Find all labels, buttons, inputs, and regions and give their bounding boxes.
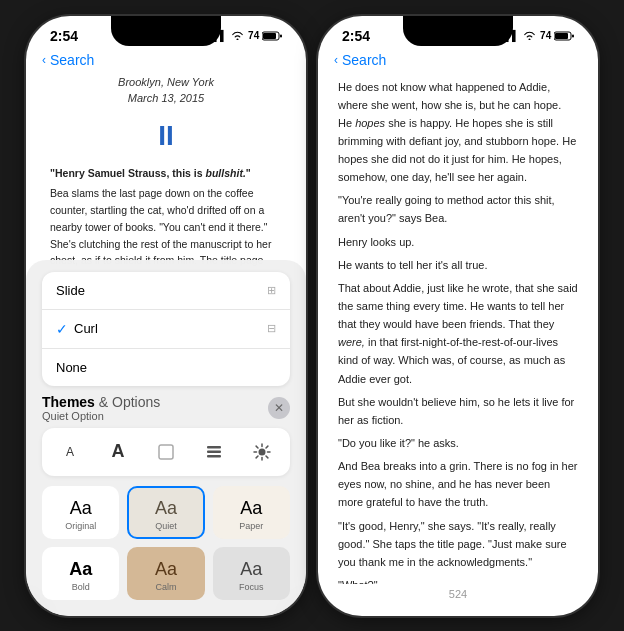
book-content-right: He does not know what happened to Addie,…: [318, 74, 598, 584]
themes-title-area: Themes & Options Quiet Option: [42, 394, 160, 422]
theme-original-name: Original: [65, 521, 96, 531]
para-6: But she wouldn't believe him, so he lets…: [338, 393, 578, 429]
svg-rect-18: [572, 35, 574, 38]
theme-quiet-name: Quiet: [155, 521, 177, 531]
slide-icon: ⊞: [267, 284, 276, 297]
back-label-right[interactable]: Search: [342, 52, 386, 68]
formatting-toolbar: A A: [42, 428, 290, 476]
theme-focus-label: Aa: [240, 559, 262, 580]
theme-calm[interactable]: Aa Calm: [127, 547, 204, 600]
theme-quiet-label: Aa: [155, 498, 177, 519]
notch: [111, 16, 221, 46]
svg-rect-5: [207, 450, 221, 453]
quiet-option-label: Quiet Option: [42, 410, 160, 422]
theme-bold-name: Bold: [72, 582, 90, 592]
overlay-panel: Slide ⊞ ✓ Curl ⊟ None: [26, 260, 306, 616]
wifi-icon: [231, 30, 244, 42]
svg-rect-2: [280, 35, 282, 38]
theme-focus-name: Focus: [239, 582, 264, 592]
curl-label: Curl: [74, 321, 98, 336]
svg-line-14: [266, 446, 268, 448]
para-3: Henry looks up.: [338, 233, 578, 251]
right-phone: 2:54 ▌▌ 2:5474 ‹ Search He does not know…: [318, 16, 598, 616]
theme-paper-label: Aa: [240, 498, 262, 519]
theme-calm-label: Aa: [155, 559, 177, 580]
font-style-button[interactable]: [150, 436, 182, 468]
svg-line-12: [256, 446, 258, 448]
para-9: "It's good, Henry," she says. "It's real…: [338, 517, 578, 571]
curl-option[interactable]: ✓ Curl ⊟: [42, 310, 290, 349]
font-small-button[interactable]: A: [54, 436, 86, 468]
para-7: "Do you like it?" he asks.: [338, 434, 578, 452]
para-10: "What?": [338, 576, 578, 583]
svg-point-7: [259, 448, 266, 455]
battery-icon-right: 2:5474: [540, 30, 574, 41]
svg-line-15: [256, 456, 258, 458]
slide-label: Slide: [56, 283, 85, 298]
para-5: That about Addie, just like he wrote, th…: [338, 279, 578, 388]
para-4: He wants to tell her it's all true.: [338, 256, 578, 274]
back-chevron-left: ‹: [42, 53, 46, 67]
svg-rect-17: [555, 33, 568, 39]
theme-bold[interactable]: Aa Bold: [42, 547, 119, 600]
close-button[interactable]: ✕: [268, 397, 290, 419]
nav-bar-left[interactable]: ‹ Search: [26, 48, 306, 74]
brightness-button[interactable]: [246, 436, 278, 468]
time-left: 2:54: [50, 28, 78, 44]
svg-rect-3: [159, 445, 173, 459]
battery-icon: 74: [248, 30, 282, 41]
themes-label: Themes & Options: [42, 394, 160, 410]
theme-original-label: Aa: [70, 498, 92, 519]
time-right: 2:54: [342, 28, 370, 44]
themes-header: Themes & Options Quiet Option ✕: [42, 394, 290, 422]
page-number: 524: [449, 588, 467, 600]
wifi-icon-right: [523, 30, 536, 42]
svg-rect-1: [263, 33, 276, 39]
back-chevron-right: ‹: [334, 53, 338, 67]
slide-option[interactable]: Slide ⊞: [42, 272, 290, 310]
curl-check: ✓: [56, 321, 68, 337]
svg-rect-4: [207, 446, 221, 449]
svg-rect-6: [207, 455, 221, 458]
theme-original[interactable]: Aa Original: [42, 486, 119, 539]
theme-quiet[interactable]: Aa Quiet: [127, 486, 204, 539]
nav-bar-right[interactable]: ‹ Search: [318, 48, 598, 74]
layout-button[interactable]: [198, 436, 230, 468]
transition-options: Slide ⊞ ✓ Curl ⊟ None: [42, 272, 290, 386]
none-option[interactable]: None: [42, 349, 290, 386]
book-header: Brooklyn, New York March 13, 2015: [50, 74, 282, 107]
para-2: "You're really going to method actor thi…: [338, 191, 578, 227]
notch-right: [403, 16, 513, 46]
theme-grid: Aa Original Aa Quiet Aa Paper Aa Bold Aa: [42, 486, 290, 600]
left-phone: 2:54 ▌▌ 74 ‹ Search Brooklyn, New York M…: [26, 16, 306, 616]
svg-line-13: [266, 456, 268, 458]
theme-paper[interactable]: Aa Paper: [213, 486, 290, 539]
theme-focus[interactable]: Aa Focus: [213, 547, 290, 600]
none-label: None: [56, 360, 87, 375]
status-icons-left: ▌▌ 74: [213, 30, 282, 42]
status-icons-right: ▌▌ 2:5474: [505, 30, 574, 42]
chapter-number: II: [50, 115, 282, 157]
options-label: & Options: [99, 394, 160, 410]
para-8: And Bea breaks into a grin. There is no …: [338, 457, 578, 511]
theme-bold-label: Aa: [69, 559, 92, 580]
para-1: He does not know what happened to Addie,…: [338, 78, 578, 187]
font-large-button[interactable]: A: [102, 436, 134, 468]
theme-paper-name: Paper: [239, 521, 263, 531]
curl-icon: ⊟: [267, 322, 276, 335]
back-label-left[interactable]: Search: [50, 52, 94, 68]
theme-calm-name: Calm: [155, 582, 176, 592]
